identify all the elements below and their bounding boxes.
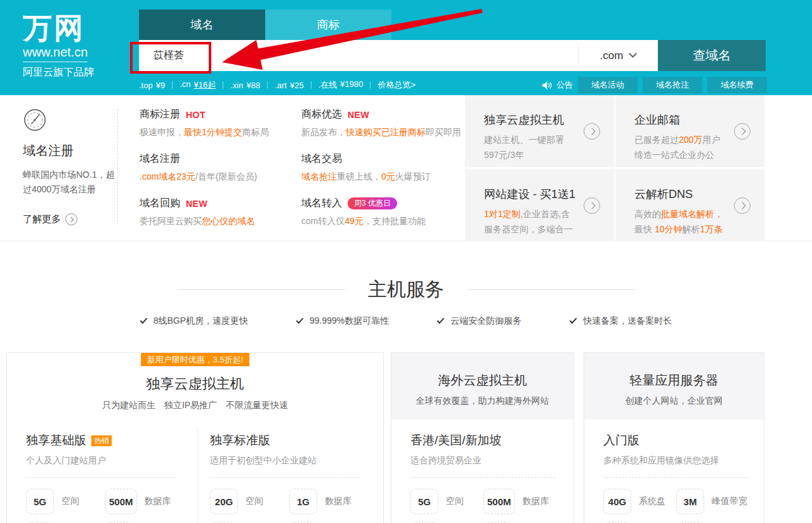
divider xyxy=(197,428,198,523)
divider xyxy=(177,289,345,290)
compass-icon xyxy=(23,108,47,132)
card-line: ,企业首选,含 xyxy=(521,209,570,219)
card-line: 高效的 xyxy=(634,209,661,219)
feature-domain-trade[interactable]: 域名交易 域名抢注重磅上线，0元火爆预订 xyxy=(301,152,460,183)
tld-selected-value: .com xyxy=(600,50,624,62)
promo-desc: 蝉联国内市场NO.1，超过4000万域名注册 xyxy=(23,168,121,197)
price-value: ¥9 xyxy=(156,81,165,90)
new-user-discount-badge: 新用户限时优惠，3.5折起! xyxy=(141,353,250,366)
product-title: 独享云虚拟主机 xyxy=(7,374,383,394)
price-overview-link[interactable]: 价格总览> xyxy=(377,79,416,91)
spec-value: 5G xyxy=(26,489,54,514)
spec-label: 数据库 xyxy=(523,496,549,507)
feature-domain-buyback[interactable]: 域名回购 NEW 委托阿里云购买您心仪的域名 xyxy=(140,197,298,227)
feature-desc-highlight: 49元 xyxy=(344,216,363,226)
plan-name: 独享标准版 xyxy=(210,432,270,449)
product-card-light-server[interactable]: 轻量应用服务器 创建个人网站，企业官网 入门版 多种系统和应用镜像供您选择 40… xyxy=(584,352,764,523)
feature-desc-highlight: .com域名23元 xyxy=(140,171,195,182)
spec-item: 3M 峰值带宽 xyxy=(676,489,749,514)
feature-trademark-register[interactable]: 商标注册 HOT 极速申报，最快1分钟提交商标局 xyxy=(140,108,298,138)
card-line: 最快 xyxy=(634,224,655,234)
card-line: 已服务超过 xyxy=(634,135,679,145)
card-website-builder[interactable]: 网站建设 - 买1送1 1对1定制,企业首选,含 服务器空间，多端合一 xyxy=(465,169,614,241)
card-shared-cloud-host[interactable]: 独享云虚拟主机 建站主机、一键部署 597元/3年 xyxy=(465,95,614,167)
learn-more-label: 了解更多 xyxy=(23,213,61,225)
feature-desc-highlight: 快速购买已注册商标 xyxy=(346,127,426,137)
domain-activity-button[interactable]: 域名活动 xyxy=(578,77,638,93)
dashed-divider xyxy=(26,477,175,478)
plan-desc: 适合跨境贸易企业 xyxy=(410,455,556,467)
divider xyxy=(172,81,173,89)
spec-value: 500M xyxy=(483,489,515,514)
check-domain-button[interactable]: 查域名 xyxy=(658,40,766,71)
product-card-overseas-cloud-host[interactable]: 海外云虚拟主机 全球有效覆盖，助力构建海外网站 香港/美国/新加坡 适合跨境贸易… xyxy=(391,352,574,523)
feature-title: 域名转入 xyxy=(301,197,342,210)
annotation-red-box xyxy=(130,42,211,74)
tld-selector[interactable]: .com xyxy=(578,40,658,71)
divider xyxy=(467,289,635,290)
price-item[interactable]: .在线 ¥1980 xyxy=(318,79,363,91)
feature-domain-register[interactable]: 域名注册 .com域名23元/首年(限新会员) xyxy=(140,152,298,183)
spec-item: 20G 空间 xyxy=(210,489,289,514)
hosting-section-title: 主机服务 xyxy=(0,277,812,303)
spec-label: 空间 xyxy=(246,496,263,507)
domain-backorder-button[interactable]: 域名抢注 xyxy=(643,77,702,93)
benefit-item: 云端安全防御服务 xyxy=(437,315,521,327)
feature-domain-transfer[interactable]: 域名转入 周3 优惠日 com转入仅49元，支持批量功能 xyxy=(301,197,460,227)
wednesday-deal-badge: 周3 优惠日 xyxy=(348,197,397,209)
promo-title: 域名注册 xyxy=(23,142,121,159)
spec-value: 500M xyxy=(105,489,137,514)
price-item[interactable]: .xin ¥88 xyxy=(230,81,260,90)
product-subtitle: 创建个人网站，企业官网 xyxy=(584,395,764,407)
card-line: 解析 xyxy=(682,224,700,234)
brand-logo[interactable]: 万网 www.net.cn 阿里云旗下品牌 xyxy=(23,11,94,79)
dashed-divider xyxy=(410,477,555,478)
circle-arrow-icon xyxy=(734,197,750,214)
feature-desc: 新品发布， xyxy=(301,127,346,137)
tab-trademark[interactable]: 商标 xyxy=(265,10,391,40)
spec-label: 数据库 xyxy=(145,496,171,507)
domain-renew-button[interactable]: 域名续费 xyxy=(707,77,767,93)
dashed-divider xyxy=(210,477,359,478)
card-line-highlight: 10分钟 xyxy=(655,224,683,234)
card-line-highlight: 200万 xyxy=(679,135,702,145)
plan-overseas: 香港/美国/新加坡 适合跨境贸易企业 5G 空间 500M 数据库 xyxy=(410,432,556,523)
notice-link[interactable]: 公告 xyxy=(542,79,573,91)
product-card-shared-cloud-host[interactable]: 新用户限时优惠，3.5折起! 独享云虚拟主机 只为建站而生 独立IP易推广 不限… xyxy=(6,352,384,523)
benefit-item: 8线BGP机房，速度更快 xyxy=(140,315,248,327)
spec-item: 5G 空间 xyxy=(26,489,105,514)
learn-more-link[interactable]: 了解更多 xyxy=(23,213,121,225)
benefit-label: 云端安全防御服务 xyxy=(450,315,521,327)
circle-arrow-icon xyxy=(65,213,77,225)
card-line: 服务器空间，多端合一 xyxy=(484,223,614,236)
brand-tagline: 阿里云旗下品牌 xyxy=(23,66,94,79)
feature-title: 域名注册 xyxy=(140,152,180,166)
plan-desc: 个人及入门建站用户 xyxy=(26,455,185,467)
feature-desc-highlight: 您心仪的域名 xyxy=(202,216,255,226)
price-tld: .cn xyxy=(180,79,190,91)
benefit-label: 99.999%数据可靠性 xyxy=(310,315,389,327)
chevron-down-icon xyxy=(629,50,638,58)
price-value: ¥16起 xyxy=(194,79,216,91)
brand-name: 万网 xyxy=(23,11,94,45)
feature-desc: 即买即用 xyxy=(426,127,461,137)
card-enterprise-mail[interactable]: 企业邮箱 已服务超过200万用户 缔造一站式企业办公 xyxy=(615,95,764,167)
price-bar: .top ¥9 .cn ¥16起 .xin ¥88 .art ¥25 .在线 ¥… xyxy=(139,75,767,95)
dashed-divider xyxy=(603,477,748,478)
price-item[interactable]: .cn ¥16起 xyxy=(180,79,216,91)
card-cloud-dns[interactable]: 云解析DNS 高效的批量域名解析， 最快 10分钟解析1万条 xyxy=(615,169,764,241)
product-subtitle: 全球有效覆盖，助力构建海外网站 xyxy=(391,395,573,407)
spec-label: 系统盘 xyxy=(639,496,665,507)
notice-label: 公告 xyxy=(556,79,573,91)
spec-label: 峰值带宽 xyxy=(712,496,747,507)
price-value: ¥1980 xyxy=(340,79,363,91)
spec-value: 5G xyxy=(410,489,438,514)
price-item[interactable]: .art ¥25 xyxy=(275,81,304,90)
feature-trademark-select[interactable]: 商标优选 NEW 新品发布，快速购买已注册商标即买即用 xyxy=(301,108,460,138)
spec-item: 40G 系统盘 xyxy=(603,489,676,514)
price-item[interactable]: .top ¥9 xyxy=(139,81,165,90)
divider xyxy=(223,81,223,89)
tab-domain[interactable]: 域名 xyxy=(139,10,265,40)
feature-title: 商标优选 xyxy=(301,108,342,121)
card-line-highlight: 1万条 xyxy=(700,224,723,234)
